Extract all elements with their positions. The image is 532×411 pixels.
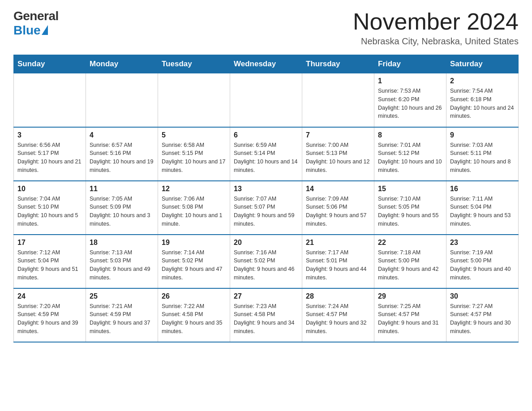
day-info: Sunrise: 7:01 AMSunset: 5:12 PMDaylight:… — [378, 141, 442, 175]
calendar-subtitle: Nebraska City, Nebraska, United States — [353, 36, 519, 47]
header-wednesday: Wednesday — [230, 55, 302, 73]
day-info: Sunrise: 6:57 AMSunset: 5:16 PMDaylight:… — [90, 141, 154, 175]
header-thursday: Thursday — [302, 55, 374, 73]
calendar-cell: 16Sunrise: 7:11 AMSunset: 5:04 PMDayligh… — [446, 181, 519, 235]
day-info: Sunrise: 7:20 AMSunset: 4:59 PMDaylight:… — [17, 302, 82, 336]
day-number: 28 — [306, 292, 370, 300]
day-number: 13 — [234, 185, 298, 193]
day-info: Sunrise: 7:07 AMSunset: 5:07 PMDaylight:… — [234, 195, 298, 228]
calendar-cell — [302, 73, 374, 127]
calendar-cell — [230, 73, 302, 127]
day-info: Sunrise: 7:09 AMSunset: 5:06 PMDaylight:… — [306, 195, 370, 228]
calendar-cell: 30Sunrise: 7:27 AMSunset: 4:57 PMDayligh… — [446, 288, 519, 342]
calendar-cell: 27Sunrise: 7:23 AMSunset: 4:58 PMDayligh… — [230, 288, 302, 342]
day-number: 16 — [450, 185, 515, 193]
calendar-cell: 2Sunrise: 7:54 AMSunset: 6:18 PMDaylight… — [446, 73, 519, 127]
day-number: 19 — [162, 239, 226, 247]
page-header: General Blue November 2024 Nebraska City… — [13, 9, 519, 47]
header-friday: Friday — [374, 55, 446, 73]
day-number: 18 — [90, 239, 154, 247]
day-info: Sunrise: 7:10 AMSunset: 5:05 PMDaylight:… — [378, 195, 442, 228]
calendar-cell: 1Sunrise: 7:53 AMSunset: 6:20 PMDaylight… — [374, 73, 446, 127]
logo-triangle-icon — [42, 25, 48, 35]
day-number: 8 — [378, 131, 442, 139]
calendar-cell: 5Sunrise: 6:58 AMSunset: 5:15 PMDaylight… — [158, 127, 230, 181]
logo-general-text: General — [13, 9, 59, 23]
calendar-cell — [14, 73, 86, 127]
calendar-cell: 18Sunrise: 7:13 AMSunset: 5:03 PMDayligh… — [86, 235, 158, 288]
day-number: 29 — [378, 292, 442, 300]
calendar-table: Sunday Monday Tuesday Wednesday Thursday… — [13, 55, 519, 342]
day-info: Sunrise: 7:22 AMSunset: 4:58 PMDaylight:… — [162, 302, 226, 336]
calendar-cell: 22Sunrise: 7:18 AMSunset: 5:00 PMDayligh… — [374, 235, 446, 288]
calendar-cell: 3Sunrise: 6:56 AMSunset: 5:17 PMDaylight… — [14, 127, 86, 181]
day-number: 5 — [162, 131, 226, 139]
day-info: Sunrise: 7:17 AMSunset: 5:01 PMDaylight:… — [306, 248, 370, 282]
calendar-cell: 13Sunrise: 7:07 AMSunset: 5:07 PMDayligh… — [230, 181, 302, 235]
calendar-cell: 6Sunrise: 6:59 AMSunset: 5:14 PMDaylight… — [230, 127, 302, 181]
calendar-week-1: 1Sunrise: 7:53 AMSunset: 6:20 PMDaylight… — [14, 73, 519, 127]
day-number: 7 — [306, 131, 370, 139]
day-number: 4 — [90, 131, 154, 139]
day-number: 17 — [17, 239, 82, 247]
day-info: Sunrise: 7:12 AMSunset: 5:04 PMDaylight:… — [17, 248, 82, 282]
calendar-cell: 8Sunrise: 7:01 AMSunset: 5:12 PMDaylight… — [374, 127, 446, 181]
calendar-title: November 2024 — [353, 9, 519, 34]
day-number: 22 — [378, 239, 442, 247]
calendar-cell: 29Sunrise: 7:25 AMSunset: 4:57 PMDayligh… — [374, 288, 446, 342]
day-info: Sunrise: 7:54 AMSunset: 6:18 PMDaylight:… — [450, 87, 515, 120]
day-info: Sunrise: 7:14 AMSunset: 5:02 PMDaylight:… — [162, 248, 226, 282]
calendar-cell: 25Sunrise: 7:21 AMSunset: 4:59 PMDayligh… — [86, 288, 158, 342]
day-number: 15 — [378, 185, 442, 193]
day-info: Sunrise: 7:19 AMSunset: 5:00 PMDaylight:… — [450, 248, 515, 282]
calendar-cell: 21Sunrise: 7:17 AMSunset: 5:01 PMDayligh… — [302, 235, 374, 288]
day-info: Sunrise: 7:06 AMSunset: 5:08 PMDaylight:… — [162, 195, 226, 228]
calendar-cell — [158, 73, 230, 127]
day-info: Sunrise: 7:21 AMSunset: 4:59 PMDaylight:… — [90, 302, 154, 336]
day-info: Sunrise: 7:24 AMSunset: 4:57 PMDaylight:… — [306, 302, 370, 336]
calendar-cell: 26Sunrise: 7:22 AMSunset: 4:58 PMDayligh… — [158, 288, 230, 342]
header-row: Sunday Monday Tuesday Wednesday Thursday… — [14, 55, 519, 73]
day-info: Sunrise: 6:59 AMSunset: 5:14 PMDaylight:… — [234, 141, 298, 175]
calendar-cell: 23Sunrise: 7:19 AMSunset: 5:00 PMDayligh… — [446, 235, 519, 288]
day-info: Sunrise: 6:56 AMSunset: 5:17 PMDaylight:… — [17, 141, 82, 175]
calendar-cell: 24Sunrise: 7:20 AMSunset: 4:59 PMDayligh… — [14, 288, 86, 342]
logo-blue-text: Blue — [13, 23, 41, 38]
day-number: 25 — [90, 292, 154, 300]
day-info: Sunrise: 7:16 AMSunset: 5:02 PMDaylight:… — [234, 248, 298, 282]
day-number: 6 — [234, 131, 298, 139]
title-block: November 2024 Nebraska City, Nebraska, U… — [353, 9, 519, 47]
calendar-cell: 19Sunrise: 7:14 AMSunset: 5:02 PMDayligh… — [158, 235, 230, 288]
day-number: 27 — [234, 292, 298, 300]
day-info: Sunrise: 7:13 AMSunset: 5:03 PMDaylight:… — [90, 248, 154, 282]
calendar-week-2: 3Sunrise: 6:56 AMSunset: 5:17 PMDaylight… — [14, 127, 519, 181]
day-number: 11 — [90, 185, 154, 193]
calendar-cell: 10Sunrise: 7:04 AMSunset: 5:10 PMDayligh… — [14, 181, 86, 235]
day-number: 1 — [378, 77, 442, 85]
day-number: 21 — [306, 239, 370, 247]
day-info: Sunrise: 7:53 AMSunset: 6:20 PMDaylight:… — [378, 87, 442, 120]
day-info: Sunrise: 7:18 AMSunset: 5:00 PMDaylight:… — [378, 248, 442, 282]
day-info: Sunrise: 7:00 AMSunset: 5:13 PMDaylight:… — [306, 141, 370, 175]
logo: General Blue — [13, 9, 59, 38]
calendar-week-4: 17Sunrise: 7:12 AMSunset: 5:04 PMDayligh… — [14, 235, 519, 288]
day-number: 2 — [450, 77, 515, 85]
day-number: 23 — [450, 239, 515, 247]
calendar-cell: 11Sunrise: 7:05 AMSunset: 5:09 PMDayligh… — [86, 181, 158, 235]
header-monday: Monday — [86, 55, 158, 73]
calendar-cell: 12Sunrise: 7:06 AMSunset: 5:08 PMDayligh… — [158, 181, 230, 235]
calendar-week-3: 10Sunrise: 7:04 AMSunset: 5:10 PMDayligh… — [14, 181, 519, 235]
day-info: Sunrise: 7:25 AMSunset: 4:57 PMDaylight:… — [378, 302, 442, 336]
header-tuesday: Tuesday — [158, 55, 230, 73]
day-info: Sunrise: 7:03 AMSunset: 5:11 PMDaylight:… — [450, 141, 515, 175]
calendar-cell: 17Sunrise: 7:12 AMSunset: 5:04 PMDayligh… — [14, 235, 86, 288]
calendar-cell: 14Sunrise: 7:09 AMSunset: 5:06 PMDayligh… — [302, 181, 374, 235]
calendar-cell: 7Sunrise: 7:00 AMSunset: 5:13 PMDaylight… — [302, 127, 374, 181]
day-number: 24 — [17, 292, 82, 300]
day-number: 30 — [450, 292, 515, 300]
day-info: Sunrise: 7:27 AMSunset: 4:57 PMDaylight:… — [450, 302, 515, 336]
day-number: 9 — [450, 131, 515, 139]
calendar-body: 1Sunrise: 7:53 AMSunset: 6:20 PMDaylight… — [14, 73, 519, 342]
day-number: 3 — [17, 131, 82, 139]
day-number: 26 — [162, 292, 226, 300]
